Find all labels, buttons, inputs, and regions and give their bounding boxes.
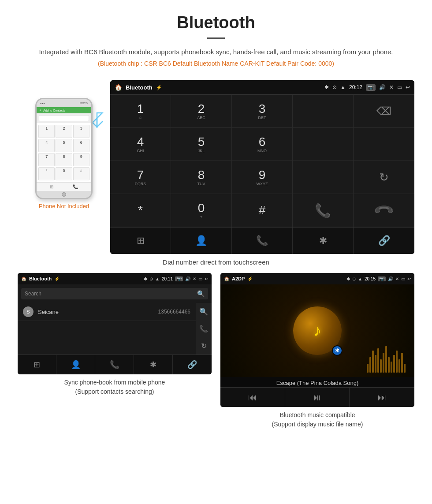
- dial-backspace[interactable]: ⌫: [354, 95, 414, 128]
- ms-cam-icon[interactable]: 📷: [378, 276, 386, 281]
- pb-loc-icon: ⊙: [149, 276, 153, 281]
- car-nav-bar: ⊞ 👤 📞 ✱ 🔗: [110, 227, 414, 254]
- dial-key-8[interactable]: 8TUV: [171, 161, 232, 194]
- car-dial-screen: 🏠 Bluetooth ⚡ ✱ ⊙ ▲ 20:12 📷 🔊 ✕ ▭ ↩: [110, 80, 414, 254]
- location-icon: ⊙: [332, 84, 337, 90]
- pb-contacts-list: S Seicane 13566664466: [18, 303, 196, 355]
- nav-contacts[interactable]: 👤: [171, 228, 232, 254]
- dial-key-9[interactable]: 9WXYZ: [232, 161, 293, 194]
- pb-contacts-icon: 👤: [71, 360, 81, 370]
- pb-link-icon: 🔗: [187, 360, 197, 370]
- pb-nav-bluetooth[interactable]: ✱: [134, 355, 173, 374]
- ms-screen-icon[interactable]: ▭: [401, 276, 405, 281]
- home-icon[interactable]: 🏠: [115, 84, 122, 91]
- bluetooth-nav-icon: ✱: [319, 235, 327, 246]
- dial-key-hash[interactable]: #: [232, 194, 293, 227]
- close-icon[interactable]: ✕: [389, 84, 394, 90]
- pb-title: Bluetooth: [29, 276, 52, 281]
- pb-side-search-icon[interactable]: 🔍: [199, 307, 208, 316]
- dial-key-1[interactable]: 1⌂: [110, 95, 171, 128]
- pb-screen-icon[interactable]: ▭: [198, 276, 202, 281]
- ms-loc-icon: ⊙: [352, 276, 356, 281]
- dial-call-green[interactable]: 📞: [293, 194, 354, 227]
- pb-nav-dialpad[interactable]: ⊞: [18, 355, 56, 374]
- pb-bt-nav-icon: ✱: [150, 360, 156, 370]
- signal-icon: ▲: [340, 84, 346, 90]
- contacts-icon: 👤: [195, 235, 207, 246]
- music-caption: Bluetooth music compatible(Support displ…: [220, 411, 414, 429]
- call-icon: 📞: [256, 235, 268, 246]
- phone-top-bar: ●●● MOTO: [37, 99, 91, 107]
- ms-album-circle: ♪ ✱: [293, 306, 342, 355]
- ms-next-button[interactable]: ⏭: [350, 388, 414, 407]
- nav-link[interactable]: 🔗: [354, 228, 414, 254]
- phone-screen: ＋ Add to Contacts 1 2 3 4 5 6 7 8: [37, 107, 91, 191]
- page-header: Bluetooth Integrated with BC6 Bluetooth …: [0, 0, 432, 80]
- dial-key-4[interactable]: 4GHI: [110, 128, 171, 161]
- ms-back-icon[interactable]: ↩: [407, 276, 411, 281]
- dial-key-5[interactable]: 5JKL: [171, 128, 232, 161]
- ms-bt-icon: ✱: [346, 276, 350, 281]
- ms-time: 20:15: [365, 276, 376, 281]
- nav-call[interactable]: 📞: [232, 228, 293, 254]
- play-pause-icon: ⏯: [313, 392, 321, 403]
- ms-song-title: Escape (The Pina Colada Song): [220, 377, 414, 387]
- volume-icon[interactable]: 🔊: [379, 84, 386, 90]
- pb-cam-icon[interactable]: 📷: [175, 276, 183, 281]
- pb-side-call-icon[interactable]: 📞: [199, 325, 208, 333]
- ms-home-icon[interactable]: 🏠: [224, 276, 229, 281]
- camera-icon[interactable]: 📷: [366, 84, 376, 91]
- pb-home-icon[interactable]: 🏠: [21, 276, 26, 281]
- back-icon[interactable]: ↩: [406, 84, 410, 90]
- dial-refresh[interactable]: ↻: [354, 161, 414, 194]
- table-row[interactable]: S Seicane 13566664466: [18, 303, 196, 321]
- pb-close-icon[interactable]: ✕: [193, 276, 196, 281]
- dial-key-6[interactable]: 6MNO: [232, 128, 293, 161]
- dial-empty-1: [293, 95, 354, 128]
- dial-key-3[interactable]: 3DEF: [232, 95, 293, 128]
- ms-prev-button[interactable]: ⏮: [220, 388, 285, 407]
- dial-key-2[interactable]: 2ABC: [171, 95, 232, 128]
- bluetooth-specs: (Bluetooth chip : CSR BC6 Default Blueto…: [26, 60, 406, 67]
- nav-bluetooth[interactable]: ✱: [293, 228, 354, 254]
- ms-vol-icon[interactable]: 🔊: [388, 276, 393, 281]
- dial-empty-2: [293, 128, 354, 161]
- contact-name: Seicane: [38, 309, 158, 315]
- dialpad-icon: ⊞: [137, 235, 145, 246]
- next-icon: ⏭: [378, 392, 387, 403]
- pb-nav-call[interactable]: 📞: [95, 355, 134, 374]
- nav-dialpad[interactable]: ⊞: [110, 228, 171, 254]
- ms-title: A2DP: [232, 276, 245, 281]
- bluetooth-icon: ✱: [324, 84, 329, 90]
- dial-key-7[interactable]: 7PQRS: [110, 161, 171, 194]
- prev-icon: ⏮: [248, 392, 257, 403]
- pb-status-bar: 🏠 Bluetooth ⚡ ✱ ⊙ ▲ 20:11 📷 🔊 ✕ ▭ ↩: [18, 273, 212, 284]
- title-divider: [207, 37, 225, 39]
- dial-key-0[interactable]: 0+: [171, 194, 232, 227]
- pb-bt-icon: ✱: [144, 276, 147, 281]
- phone-not-included-label: Phone Not Included: [39, 203, 89, 209]
- ms-equalizer: [367, 351, 406, 373]
- pb-nav-contacts[interactable]: 👤: [56, 355, 95, 374]
- phone-container: ●●● MOTO ＋ Add to Contacts 1 2 3: [18, 80, 110, 209]
- pb-search-placeholder: Search: [25, 291, 41, 297]
- dial-screen-container: 🏠 Bluetooth ⚡ ✱ ⊙ ▲ 20:12 📷 🔊 ✕ ▭ ↩: [110, 80, 414, 254]
- pb-vol-icon[interactable]: 🔊: [185, 276, 190, 281]
- dial-screen-caption: Dial number direct from touchscreen: [0, 258, 432, 266]
- contact-avatar: S: [23, 306, 34, 317]
- dial-empty-3: [354, 128, 414, 161]
- pb-search-bar[interactable]: Search 🔍: [21, 288, 208, 299]
- car-status-bar: 🏠 Bluetooth ⚡ ✱ ⊙ ▲ 20:12 📷 🔊 ✕ ▭ ↩: [110, 80, 414, 94]
- phonebook-block: 🏠 Bluetooth ⚡ ✱ ⊙ ▲ 20:11 📷 🔊 ✕ ▭ ↩: [18, 273, 212, 429]
- contact-number: 13566664466: [158, 309, 190, 315]
- dial-call-red[interactable]: 📞: [354, 194, 414, 227]
- ms-close-icon[interactable]: ✕: [395, 276, 399, 281]
- pb-back-icon[interactable]: ↩: [205, 276, 208, 281]
- link-icon: 🔗: [378, 235, 390, 246]
- dial-key-star[interactable]: *: [110, 194, 171, 227]
- phone-green-bar: ＋ Add to Contacts: [37, 107, 91, 113]
- pb-side-refresh-icon[interactable]: ↻: [201, 342, 207, 350]
- screen-icon[interactable]: ▭: [397, 84, 402, 90]
- ms-play-pause-button[interactable]: ⏯: [285, 388, 350, 407]
- pb-nav-link[interactable]: 🔗: [173, 355, 212, 374]
